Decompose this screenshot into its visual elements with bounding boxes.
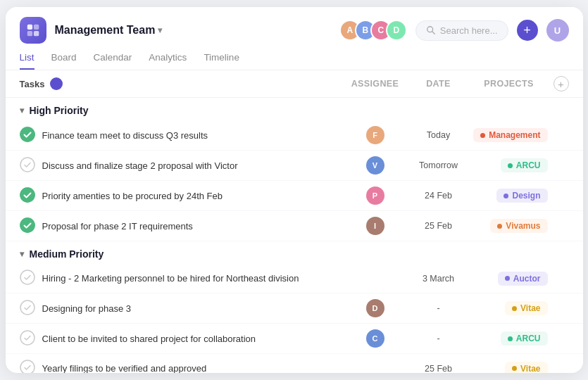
task-text: Proposal for phase 2 IT requirements [42,221,193,232]
task-left: Proposal for phase 2 IT requirements [20,217,344,235]
task-row[interactable]: Yearly filings to be verified and approv… [6,354,583,373]
nav: List Board Calendar Analytics Timeline [6,46,583,70]
task-row[interactable]: Priority amenties to be procured by 24th… [6,181,583,211]
task-date: - [407,303,470,313]
badge-label: Management [489,130,540,140]
nav-item-calendar[interactable]: Calendar [94,46,132,70]
task-row[interactable]: Discuss and finalize stage 2 proposal wi… [6,151,583,181]
task-left: Discuss and finalize stage 2 proposal wi… [20,157,344,175]
nav-item-board[interactable]: Board [51,46,77,70]
task-check-icon[interactable] [20,270,35,287]
priority-header-medium[interactable]: ▾ Medium Priority [6,241,583,264]
task-assignee: V [344,156,407,175]
badge-label: Vivamus [506,221,540,231]
badge-dot-icon [512,306,517,311]
svg-rect-3 [33,31,38,36]
task-assignee: D [344,299,407,317]
svg-point-16 [20,360,35,373]
nav-item-timeline[interactable]: Timeline [204,46,239,70]
task-text: Hiring - 2 Marketing personnel to be hir… [42,273,299,284]
priority-chevron-icon: ▾ [20,249,24,259]
project-badge[interactable]: Management [473,128,547,142]
svg-rect-0 [27,25,32,30]
svg-point-13 [20,270,35,284]
logo-icon [20,17,46,44]
task-row[interactable]: Client to be invited to shared project f… [6,324,583,354]
task-project: Auctor [470,272,548,286]
badge-dot-icon [480,133,485,138]
badge-label: Vitae [520,364,540,374]
task-date: 25 Feb [407,221,470,231]
task-text: Yearly filings to be verified and approv… [42,363,207,373]
header-left: Management Team ▾ [20,17,163,44]
add-button[interactable]: + [517,20,538,41]
nav-item-analytics[interactable]: Analytics [149,46,187,70]
team-name[interactable]: Management Team ▾ [55,24,163,37]
task-row[interactable]: Designing for phase 3 D - Vitae [6,293,583,324]
task-row[interactable]: Hiring - 2 Marketing personnel to be hir… [6,264,583,293]
task-assignee: F [344,126,407,144]
task-left: Hiring - 2 Marketing personnel to be hir… [20,270,344,287]
tasks-label: Tasks [20,77,344,90]
priority-chevron-icon: ▾ [20,106,24,115]
task-assignee: I [344,217,407,235]
badge-dot-icon [508,336,513,341]
badge-label: ARCU [516,334,541,343]
project-badge[interactable]: ARCU [501,158,548,172]
table-header: Tasks Assignee Date Projects + [6,70,583,98]
svg-point-15 [20,331,35,345]
task-project: Vivamus [470,219,548,233]
svg-point-14 [20,300,35,315]
project-badge[interactable]: Vitae [505,362,547,374]
task-left: Designing for phase 3 [20,300,344,317]
assignee-avatar: C [366,329,384,348]
col-projects: Projects [470,79,548,89]
svg-rect-1 [33,25,38,30]
task-left: Client to be invited to shared project f… [20,330,344,348]
project-badge[interactable]: Vitae [505,301,547,315]
task-check-icon[interactable] [20,127,35,144]
header: Management Team ▾ A B C D Search here...… [6,7,583,44]
project-badge[interactable]: Auctor [498,272,548,286]
nav-item-list[interactable]: List [20,46,35,70]
badge-dot-icon [508,163,513,168]
priority-label: Medium Priority [30,248,104,260]
header-right: A B C D Search here... + U [339,19,569,42]
task-check-icon[interactable] [20,157,35,175]
task-date: 24 Feb [407,191,470,201]
search-box[interactable]: Search here... [415,20,508,41]
badge-dot-icon [503,194,508,198]
task-project: Vitae [470,362,548,374]
task-text: Client to be invited to shared project f… [42,334,256,344]
priority-header-high[interactable]: ▾ High Priority [6,98,583,120]
task-text: Finance team meet to discuss Q3 results [42,130,208,141]
priority-label: High Priority [30,105,89,116]
task-project: Vitae [470,301,548,315]
col-assignee: Assignee [344,79,407,89]
assignee-avatar: I [366,217,384,235]
task-check-icon[interactable] [20,217,35,235]
project-badge[interactable]: ARCU [501,331,548,346]
avatar-4: D [386,20,407,41]
user-avatar: U [546,19,569,42]
content: ▾ High Priority Finance team meet to dis… [6,98,583,373]
app-window: Management Team ▾ A B C D Search here...… [6,7,583,373]
task-date: 25 Feb [407,364,470,374]
task-left: Priority amenties to be procured by 24th… [20,187,344,205]
project-badge[interactable]: Vivamus [490,219,547,233]
task-check-icon[interactable] [20,360,35,373]
badge-label: ARCU [516,160,541,170]
task-row[interactable]: Proposal for phase 2 IT requirements I 2… [6,211,583,241]
add-column-button[interactable]: + [553,76,569,91]
tasks-count-dot [50,77,63,90]
project-badge[interactable]: Design [496,189,547,203]
task-row[interactable]: Finance team meet to discuss Q3 results … [6,120,583,151]
badge-dot-icon [497,224,502,229]
task-check-icon[interactable] [20,330,35,348]
task-check-icon[interactable] [20,187,35,205]
task-text: Priority amenties to be procured by 24th… [42,191,223,201]
task-check-icon[interactable] [20,300,35,317]
badge-label: Auctor [513,274,541,284]
task-date: Tomorrow [407,160,470,170]
svg-point-8 [20,158,35,172]
